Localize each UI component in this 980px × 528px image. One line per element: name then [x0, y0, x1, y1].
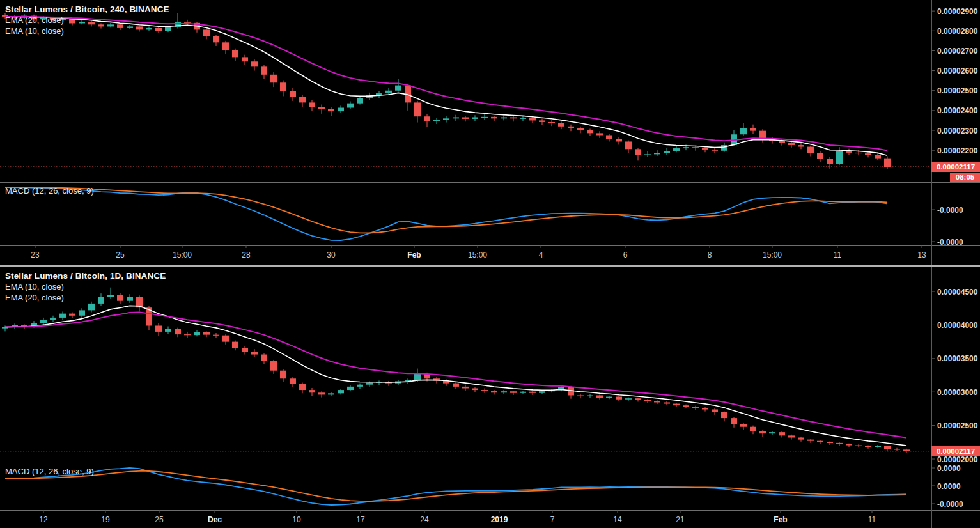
- chart-1d-ema20-label[interactable]: EMA (20, close): [5, 292, 166, 303]
- ema-slow-line: [5, 312, 906, 437]
- price-tick-label: 0.00002600: [937, 66, 978, 75]
- time-tick-label: 11: [868, 515, 876, 524]
- macd-line: [5, 187, 887, 240]
- time-tick-label: 15:00: [468, 251, 487, 260]
- macd-line: [5, 468, 906, 505]
- time-tick-label: 24: [420, 515, 429, 524]
- macd-tick-label: -0.0000: [937, 500, 963, 509]
- price-tick-label: 0.00002500: [937, 86, 978, 95]
- macd-signal-line: [5, 471, 906, 501]
- time-tick-label: 30: [327, 251, 336, 260]
- time-tick-label: 17: [356, 515, 365, 524]
- time-tick-label: 12: [39, 515, 48, 524]
- time-tick-label: 6: [623, 251, 628, 260]
- time-tick-label: Dec: [208, 515, 222, 524]
- time-tick-label: 2019: [491, 515, 508, 524]
- chart-240-macd-label[interactable]: MACD (12, 26, close, 9): [5, 186, 94, 196]
- price-tick-label: 0.00002200: [937, 146, 978, 155]
- time-tick-label: 28: [242, 251, 251, 260]
- chart-1d-ema10-label[interactable]: EMA (10, close): [5, 281, 166, 292]
- time-tick-label: 11: [834, 251, 842, 260]
- price-tick-label: 0.00004000: [937, 321, 978, 330]
- chart-240-countdown-label: 08:05: [950, 173, 980, 182]
- price-tick-label: 0.00002300: [937, 127, 978, 136]
- chart-1d-legend: Stellar Lumens / Bitcoin, 1D, BINANCE EM…: [5, 270, 166, 303]
- time-tick-label: 7: [550, 515, 555, 524]
- time-tick-label: Feb: [407, 251, 421, 260]
- chart-240-ema20-label[interactable]: EMA (20, close): [5, 15, 169, 26]
- time-tick-label: Feb: [774, 515, 787, 524]
- time-tick-label: 25: [155, 515, 164, 524]
- macd-tick-label: -0.0000: [937, 238, 963, 247]
- ema-fast-line: [5, 306, 906, 446]
- time-tick-label: 10: [292, 515, 301, 524]
- price-tick-label: 0.00002800: [937, 27, 978, 36]
- price-tick-label: 0.00003500: [937, 354, 978, 363]
- price-tick-label: 0.00002400: [937, 106, 978, 115]
- time-tick-label: 4: [539, 251, 543, 260]
- macd-tick-label: -0.0000: [937, 206, 963, 215]
- chart-240-title[interactable]: Stellar Lumens / Bitcoin, 240, BINANCE: [5, 4, 169, 15]
- price-tick-label: 0.00002700: [937, 47, 978, 56]
- trading-terminal: 0.000029000.000028000.000027000.00002600…: [0, 0, 980, 528]
- chart-1d-title[interactable]: Stellar Lumens / Bitcoin, 1D, BINANCE: [5, 270, 166, 281]
- chart-240-legend: Stellar Lumens / Bitcoin, 240, BINANCE E…: [5, 4, 169, 36]
- price-tick-label: 0.00002500: [937, 421, 978, 430]
- price-tick-label: 0.00004500: [937, 288, 978, 297]
- ema-fast-line: [5, 17, 887, 155]
- price-tick-label: 0.00002900: [937, 7, 978, 16]
- time-tick-label: 8: [708, 251, 712, 260]
- time-tick-label: 19: [101, 515, 110, 524]
- chart-1d-plot[interactable]: 0.000045000.000040000.000035000.00003000…: [0, 267, 980, 528]
- macd-tick-label: 0.0000: [937, 464, 961, 473]
- chart-240-last-price-label[interactable]: 0.00002117: [931, 162, 980, 172]
- time-tick-label: 15:00: [173, 251, 192, 260]
- chart-1d-macd-label[interactable]: MACD (12, 26, close, 9): [5, 467, 94, 476]
- macd-tick-label: 0.0000: [937, 482, 961, 491]
- time-tick-label: 14: [613, 515, 622, 524]
- chart-240-ema10-label[interactable]: EMA (10, close): [5, 26, 169, 36]
- time-tick-label: 23: [31, 251, 40, 260]
- chart-1d-last-price-label[interactable]: 0.00002117: [931, 446, 980, 456]
- time-tick-label: 15:00: [763, 251, 782, 260]
- time-tick-label: 25: [116, 251, 125, 260]
- time-tick-label: 21: [676, 515, 685, 524]
- price-tick-label: 0.00003000: [937, 388, 978, 397]
- chart-240-plot[interactable]: 0.000029000.000028000.000027000.00002600…: [0, 0, 980, 265]
- time-tick-label: 13: [917, 251, 926, 260]
- chart-splitter-handle[interactable]: [0, 265, 980, 267]
